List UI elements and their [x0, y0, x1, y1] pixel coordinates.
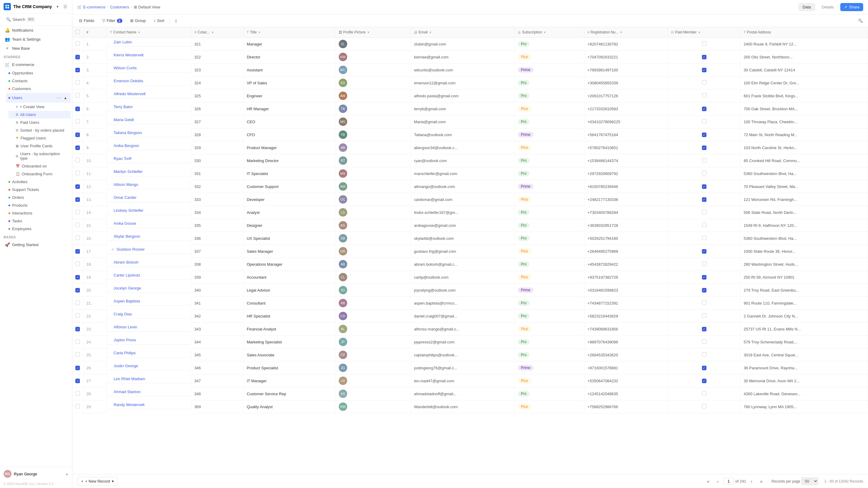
sidebar-item-onboarded-on[interactable]: 📅 Onboarded on — [8, 162, 71, 170]
paid-member-checkbox[interactable]: ✓ — [702, 184, 707, 189]
contact-name-link[interactable]: Alfonso Levin — [114, 325, 137, 329]
paid-member-checkbox[interactable]: ✓ — [702, 249, 707, 254]
contact-name-link[interactable]: Terry Bator — [114, 104, 133, 109]
paid-member-checkbox[interactable]: ✓ — [702, 327, 707, 331]
sidebar-item-paid-users[interactable]: ⊞ Paid Users — [8, 119, 71, 126]
paid-member-checkbox[interactable] — [702, 300, 707, 305]
vertical-bar-btn[interactable]: | — [173, 17, 179, 24]
contact-name-link[interactable]: Omar Carder — [114, 195, 136, 200]
contact-name-link[interactable]: Leo Rhiel Madsen — [114, 377, 145, 381]
row-checkbox[interactable]: ✓ — [75, 249, 80, 254]
contact-name-link[interactable]: Ahmad Stanton — [114, 390, 141, 394]
fields-button[interactable]: ⊟ Fields — [76, 17, 97, 24]
contact-name-link[interactable]: Kierra Westervelt — [114, 53, 144, 57]
page-prev-btn[interactable]: ‹ — [714, 477, 722, 486]
col-cotac[interactable]: # Cotac... ▼ — [191, 27, 244, 38]
row-expand-icon[interactable]: ⤢ — [110, 247, 116, 252]
search-icon-right[interactable]: 🔍 — [857, 17, 864, 24]
row-checkbox[interactable] — [75, 391, 80, 395]
page-next-btn[interactable]: › — [747, 477, 756, 486]
breadcrumb-ecommerce[interactable]: E-commerce — [83, 5, 105, 9]
row-checkbox[interactable] — [75, 171, 80, 175]
data-tab[interactable]: Data — [798, 3, 815, 11]
contact-name-link[interactable]: Randy Westervelt — [114, 402, 144, 407]
row-checkbox[interactable]: ✓ — [75, 68, 80, 72]
paid-member-checkbox[interactable] — [702, 80, 707, 85]
paid-member-checkbox[interactable]: ✓ — [702, 68, 707, 72]
paid-member-checkbox[interactable] — [702, 261, 707, 266]
row-checkbox[interactable]: ✓ — [75, 145, 80, 150]
paid-member-checkbox[interactable] — [702, 404, 707, 409]
paid-member-checkbox[interactable] — [702, 158, 707, 162]
contact-name-link[interactable]: Craig Dias — [114, 312, 132, 316]
contact-name-link[interactable]: Wilson Curtis — [114, 66, 137, 70]
page-first-btn[interactable]: « — [704, 477, 712, 486]
contact-name-link[interactable]: Allison Mango — [114, 182, 138, 187]
sidebar-item-team-settings[interactable]: 👥 Team & Settings — [1, 35, 71, 43]
contact-name-link[interactable]: Marilyn Schleifer — [114, 169, 143, 174]
sidebar-item-new-base[interactable]: ＋ New Base — [1, 44, 71, 53]
company-chevron[interactable]: ▾ — [56, 4, 60, 9]
sidebar-item-sorted-orders[interactable]: ⊞ Sorted - by orders placed — [8, 127, 71, 134]
contact-name-link[interactable]: Abram Botosh — [114, 260, 138, 264]
sidebar-item-employees[interactable]: Employees — [6, 225, 71, 233]
row-checkbox[interactable]: ✓ — [75, 275, 80, 280]
sidebar-item-opportunities[interactable]: Opprtunities — [6, 69, 71, 77]
paid-member-checkbox[interactable] — [702, 119, 707, 124]
paid-member-checkbox[interactable] — [702, 339, 707, 344]
paid-member-checkbox[interactable]: ✓ — [702, 288, 707, 293]
paid-member-checkbox[interactable] — [702, 313, 707, 318]
row-checkbox[interactable] — [75, 261, 80, 266]
row-checkbox[interactable] — [75, 93, 80, 98]
paid-member-checkbox[interactable] — [702, 235, 707, 240]
sidebar-item-contacts[interactable]: Contacts — [6, 77, 71, 85]
col-title[interactable]: T Title ▼ — [244, 27, 336, 38]
row-checkbox[interactable] — [75, 158, 80, 162]
row-checkbox[interactable] — [75, 210, 80, 214]
contact-name-link[interactable]: Ryan Torff — [114, 156, 131, 161]
paid-member-checkbox[interactable]: ✓ — [702, 379, 707, 383]
col-subscription[interactable]: ◎ Subscription ▼ — [515, 27, 584, 38]
row-checkbox[interactable] — [75, 352, 80, 357]
sidebar-item-user-profile-cards[interactable]: ▦ User Profile Cards — [8, 142, 71, 150]
per-page-select[interactable]: 50 100 200 — [801, 478, 818, 485]
sidebar-item-notifications[interactable]: 🔔 Notifications — [1, 26, 71, 34]
row-checkbox[interactable]: ✓ — [75, 107, 80, 111]
page-last-btn[interactable]: » — [757, 477, 766, 486]
paid-member-checkbox[interactable] — [702, 171, 707, 175]
new-record-button[interactable]: + + New Record ▾ — [77, 477, 118, 486]
row-checkbox[interactable] — [75, 80, 80, 85]
contact-name-link[interactable]: Alfredo Westervelt — [114, 92, 146, 96]
row-checkbox[interactable]: ✓ — [75, 184, 80, 189]
paid-member-checkbox[interactable]: ✓ — [702, 366, 707, 370]
paid-member-checkbox[interactable] — [702, 93, 707, 98]
breadcrumb-customers[interactable]: Customers — [110, 5, 129, 9]
contact-name-link[interactable]: Emerson Dokidis — [114, 78, 143, 83]
paid-member-checkbox[interactable] — [702, 223, 707, 227]
select-all-checkbox[interactable] — [75, 30, 80, 34]
sort-button[interactable]: ↕ Sort — [151, 17, 167, 24]
contact-name-link[interactable]: Anika Bergson — [114, 143, 139, 148]
row-checkbox[interactable]: ✓ — [75, 327, 80, 331]
row-checkbox[interactable] — [75, 223, 80, 227]
contact-name-link[interactable]: Aspen Baptista — [114, 299, 140, 303]
col-paid-member[interactable]: ☑ Paid Member ▼ — [668, 27, 741, 38]
sidebar-item-support-tickets[interactable]: Support Tickets — [6, 186, 71, 193]
row-checkbox[interactable] — [75, 41, 80, 46]
sidebar-item-interactions[interactable]: Interactions — [6, 209, 71, 217]
col-profile-picture[interactable]: 🖼 Profile Picture ▼ — [336, 27, 411, 38]
paid-member-checkbox[interactable]: ✓ — [702, 145, 707, 150]
contact-name-link[interactable]: Jaylon Press — [114, 338, 136, 342]
sidebar-item-onboarding-form[interactable]: 📋 Onboarding Form — [8, 170, 71, 178]
paid-member-checkbox[interactable]: ✓ — [702, 107, 707, 111]
row-checkbox[interactable] — [75, 119, 80, 124]
sidebar-item-customers[interactable]: Customers — [6, 85, 71, 93]
contact-name-link[interactable]: Jocelyn George — [114, 286, 141, 290]
contact-name-link[interactable]: Lindsey Schleifer — [114, 208, 144, 213]
users-collapse-btn[interactable]: ▲ — [62, 95, 68, 101]
sidebar-item-tasks[interactable]: Tasks — [6, 217, 71, 225]
sidebar-item-ecommerce[interactable]: 🛒 E-commerce — [1, 60, 71, 69]
sidebar-collapse-btn[interactable]: ☰ — [62, 4, 68, 10]
group-button[interactable]: ⊞ Group — [127, 17, 149, 24]
contact-name-link[interactable]: Anika Gouse — [114, 221, 136, 226]
